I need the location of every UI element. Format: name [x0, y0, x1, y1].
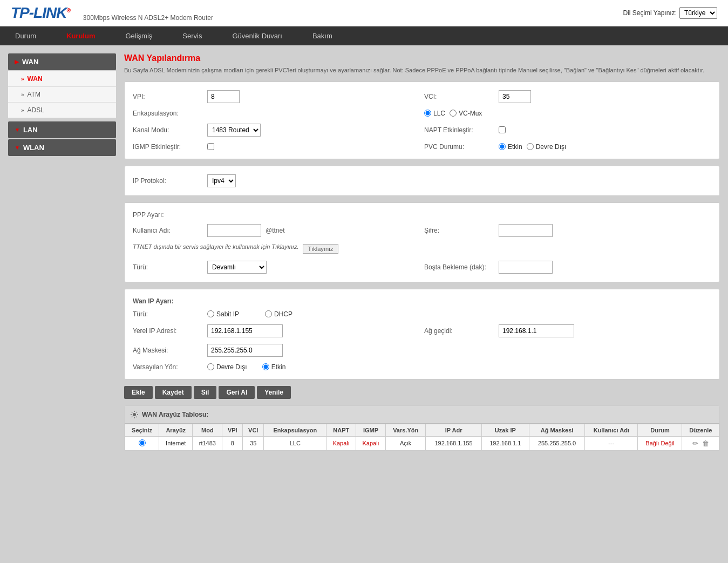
nav-kurulum[interactable]: Kurulum [51, 26, 110, 45]
row-uzak-ip: 192.168.1.1 [481, 436, 529, 450]
ekle-button[interactable]: Ekle [124, 386, 153, 399]
wan-ip-dhcp-label: DHCP [274, 310, 292, 318]
sidebar-item-wan[interactable]: » WAN [8, 71, 116, 87]
turu-select[interactable]: Devamlı Talep Üzerine Manuel [207, 261, 267, 274]
ip-protokol-row: IP Protokol: Ipv4 Ipv6 Ikisi [133, 174, 711, 187]
sidebar-section-wlan[interactable]: ▼ WLAN [8, 139, 116, 156]
wan-ip-title: Wan IP Ayarı: [133, 297, 711, 305]
vpi-input[interactable] [207, 90, 240, 103]
row-select[interactable] [125, 436, 159, 450]
subtitle: 300Mbps Wireless N ADSL2+ Modem Router [83, 14, 213, 22]
napt-checkbox[interactable] [499, 126, 506, 133]
table-title: WAN Arayüz Tablosu: [142, 411, 208, 418]
wan-ip-sabit-label: Sabit IP [216, 310, 239, 318]
edit-icon[interactable]: ✏ [692, 439, 698, 447]
nav-bakim[interactable]: Bakım [297, 26, 348, 45]
col-kullanici-adi: Kullanıcı Adı [585, 424, 638, 436]
enkapsulasyon-row: Enkapsulasyon: LLC VC-Mux [133, 110, 711, 117]
kullanici-sifre-row: Kullanıcı Adı: @ttnet Şifre: [133, 224, 711, 237]
enkapsulasyon-label: Enkapsulasyon: [133, 110, 203, 117]
table-header: WAN Arayüz Tablosu: [125, 406, 719, 424]
bosta-input[interactable] [499, 261, 553, 274]
sidebar-lan-label: LAN [23, 126, 38, 134]
row-mod: rt1483 [193, 436, 222, 450]
vci-input[interactable] [499, 90, 531, 103]
geri-al-button[interactable]: Geri Al [219, 386, 255, 399]
wan-ip-sabit-radio[interactable]: Sabit IP [207, 310, 239, 318]
bosta-label: Boşta Bekleme (dak): [424, 263, 494, 271]
sidebar-item-adsl[interactable]: » ADSL [8, 103, 116, 118]
sidebar-section-wan[interactable]: ▶ WAN [8, 53, 116, 70]
enc-llc-label: LLC [433, 110, 445, 117]
gear-icon [130, 410, 139, 419]
varsayilan-etkin-radio[interactable]: Etkin [262, 363, 286, 371]
vci-group: VCI: [424, 90, 711, 103]
nav-durum[interactable]: Durum [0, 26, 51, 45]
lang-selector: Dil Seçimi Yapınız: Türkiye English [623, 7, 717, 19]
vpi-vci-row: VPI: VCI: [133, 90, 711, 103]
lang-select[interactable]: Türkiye English [679, 7, 717, 19]
enc-llc-radio[interactable]: LLC [424, 110, 445, 117]
pvc-etkin-radio[interactable]: Etkin [499, 143, 522, 151]
kaydet-button[interactable]: Kaydet [155, 386, 192, 399]
ag-gecidi-input[interactable] [499, 324, 574, 337]
pvc-group: PVC Durumu: Etkin Devre Dışı [424, 143, 711, 151]
varsayilan-yon-label: Varsayılan Yön: [133, 363, 203, 371]
nav-servis[interactable]: Servis [167, 26, 217, 45]
sidebar-item-atm[interactable]: » ATM [8, 87, 116, 103]
sidebar-wlan-label: WLAN [23, 144, 44, 152]
yerel-ip-label: Yerel IP Adresi: [133, 327, 203, 335]
ppp-note: TTNET dışında bir servis sağlayıcı ile k… [133, 243, 298, 250]
logo: TP-LINK® [11, 4, 70, 22]
napt-label: NAPT Etkinleştir: [424, 126, 494, 134]
col-uzak-ip: Uzak IP [481, 424, 529, 436]
main-nav: Durum Kurulum Gelişmiş Servis Güvenlik D… [0, 26, 728, 45]
col-vci: VCI [243, 424, 264, 436]
col-igmp: IGMP [356, 424, 386, 436]
enc-vcmux-radio[interactable]: VC-Mux [450, 110, 482, 117]
nav-guvenlik[interactable]: Güvenlik Duvarı [217, 26, 297, 45]
pvc-etkin-label: Etkin [508, 143, 522, 151]
col-enkapsulasyon: Enkapsulasyon [264, 424, 326, 436]
row-napt: Kapalı [326, 436, 356, 450]
row-arayuz: Internet [159, 436, 193, 450]
sil-button[interactable]: Sil [194, 386, 217, 399]
col-vars-yon: Vars.Yön [385, 424, 425, 436]
kanal-modu-row: Kanal Modu: 1483 Routed PPPoE PPPoA IPoA… [133, 124, 711, 137]
page-title: WAN Yapılandırma [124, 53, 720, 63]
wan-ip-dhcp-radio[interactable]: DHCP [265, 310, 292, 318]
napt-group: NAPT Etkinleştir: [424, 126, 711, 134]
kanal-modu-select[interactable]: 1483 Routed PPPoE PPPoA IPoA Bridged [207, 124, 261, 137]
yerel-ag-gecidi-row: Yerel IP Adresi: Ağ geçidi: [133, 324, 711, 337]
yenile-button[interactable]: Yenile [257, 386, 291, 399]
ip-protokol-label: IP Protokol: [133, 177, 203, 185]
sidebar-item-adsl-label: ADSL [28, 106, 44, 114]
varsayilan-devre-radio[interactable]: Devre Dışı [207, 363, 247, 371]
kullanici-input[interactable] [207, 224, 261, 237]
sidebar-section-lan[interactable]: ▼ LAN [8, 121, 116, 138]
ag-gecidi-group: Ağ geçidi: [424, 324, 711, 337]
sidebar-item-atm-label: ATM [28, 91, 40, 98]
igmp-checkbox[interactable] [207, 143, 214, 150]
wlan-arrow-icon: ▼ [15, 145, 20, 151]
svg-point-0 [133, 413, 136, 416]
yerel-ip-group: Yerel IP Adresi: [133, 324, 420, 337]
yerel-ip-input[interactable] [207, 324, 283, 337]
ag-maskesi-input[interactable] [207, 344, 283, 357]
delete-icon[interactable]: 🗑 [702, 439, 709, 447]
row-edit-actions: ✏ 🗑 [682, 436, 719, 450]
pvc-devre-radio[interactable]: Devre Dışı [527, 143, 567, 151]
kanal-modu-group: Kanal Modu: 1483 Routed PPPoE PPPoA IPoA… [133, 124, 420, 137]
row-durum: Bağlı Değil [638, 436, 682, 450]
nav-gelismis[interactable]: Gelişmiş [110, 26, 167, 45]
content-wrap: ▶ WAN » WAN » ATM » ADSL ▼ LAN ▼ WLAN WA… [0, 45, 728, 459]
lang-label: Dil Seçimi Yapınız: [623, 9, 677, 17]
ttnet-link-button[interactable]: Tıklayınız [303, 244, 338, 254]
ip-protokol-select[interactable]: Ipv4 Ipv6 Ikisi [207, 174, 236, 187]
kanal-modu-label: Kanal Modu: [133, 126, 203, 134]
row-enkapsulasyon: LLC [264, 436, 326, 450]
ip-protokol-group: IP Protokol: Ipv4 Ipv6 Ikisi [133, 174, 711, 187]
varsayilan-etkin-label: Etkin [271, 363, 286, 371]
sifre-input[interactable] [499, 224, 553, 237]
adsl-arrow-icon: » [21, 107, 24, 113]
